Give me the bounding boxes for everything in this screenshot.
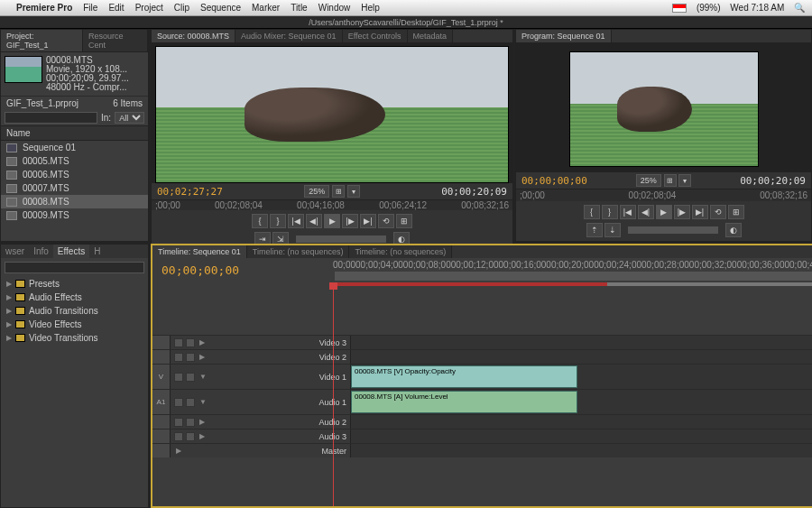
folder-presets[interactable]: ▶Presets — [1, 277, 148, 291]
step-back-button[interactable]: ◀| — [638, 205, 654, 219]
shuttle-slider[interactable] — [296, 236, 386, 243]
solo-icon[interactable] — [186, 418, 195, 427]
source-zoom-select[interactable]: 25% — [304, 185, 329, 198]
solo-icon[interactable] — [186, 398, 195, 407]
safe-margins-icon[interactable]: ⊞ — [664, 174, 677, 187]
tab-resource-central[interactable]: Resource Cent — [83, 30, 148, 51]
menu-title[interactable]: Title — [291, 3, 308, 13]
menu-sequence[interactable]: Sequence — [200, 3, 241, 13]
track-a2-content[interactable] — [351, 415, 812, 429]
folder-audio-transitions[interactable]: ▶Audio Transitions — [1, 304, 148, 318]
toggle-sync-lock-icon[interactable] — [186, 353, 195, 362]
timeline-timecode[interactable]: 00;00;00;00 — [152, 258, 333, 286]
goto-out-button[interactable]: ▶| — [360, 214, 376, 228]
program-zoom-select[interactable]: 25% — [636, 174, 661, 187]
solo-icon[interactable] — [186, 432, 195, 441]
input-flag-icon[interactable] — [672, 4, 687, 13]
track-label-master[interactable]: Master — [321, 447, 346, 456]
set-out-button[interactable]: } — [602, 205, 618, 219]
source-out-timecode[interactable]: 00;00;20;09 — [441, 186, 507, 198]
safe-button[interactable]: ⊞ — [396, 214, 412, 228]
toggle-track-output-icon[interactable] — [174, 338, 183, 347]
tab-history[interactable]: H — [89, 245, 105, 258]
toggle-sync-lock-icon[interactable] — [186, 338, 195, 347]
timeline-ruler[interactable]: 00;00 00;00;04;00 00;00;08;00 00;00;12;0… — [333, 258, 812, 272]
menu-clip[interactable]: Clip — [174, 3, 189, 13]
menu-project[interactable]: Project — [135, 3, 163, 13]
tab-effects[interactable]: Effects — [53, 245, 89, 258]
folder-audio-effects[interactable]: ▶Audio Effects — [1, 291, 148, 304]
set-out-button[interactable]: } — [270, 214, 286, 228]
menu-help[interactable]: Help — [361, 3, 380, 13]
bin-item-clip[interactable]: 00007.MTS — [1, 181, 148, 195]
timeline-zoom-bar[interactable] — [335, 272, 812, 281]
collapse-icon[interactable]: ▶ — [199, 353, 205, 361]
set-in-button[interactable]: { — [584, 205, 600, 219]
set-in-button[interactable]: { — [252, 214, 268, 228]
goto-out-button[interactable]: ▶| — [692, 205, 708, 219]
program-out-timecode[interactable]: 00;00;20;09 — [740, 175, 806, 187]
folder-video-effects[interactable]: ▶Video Effects — [1, 318, 148, 331]
mute-icon[interactable] — [174, 432, 183, 441]
tab-info[interactable]: Info — [29, 245, 53, 258]
step-forward-button[interactable]: |▶ — [674, 205, 690, 219]
track-a1-content[interactable]: 00008.MTS [A] Volume:Level — [351, 390, 812, 414]
source-in-timecode[interactable]: 00;02;27;27 — [157, 186, 223, 198]
output-icon[interactable]: ▾ — [347, 185, 360, 198]
tab-timeline-empty[interactable]: Timeline: (no sequences) — [247, 245, 350, 258]
source-video-preview[interactable] — [155, 46, 509, 183]
toggle-track-output-icon[interactable] — [174, 353, 183, 362]
collapse-icon[interactable]: ▶ — [199, 418, 205, 426]
source-patch-a1[interactable]: A1 — [152, 390, 171, 414]
extract-button[interactable]: ⇣ — [604, 223, 621, 237]
collapse-icon[interactable]: ▼ — [199, 373, 207, 381]
play-button[interactable]: ▶ — [324, 214, 340, 228]
track-a3-content[interactable] — [351, 429, 812, 443]
menu-edit[interactable]: Edit — [108, 3, 124, 13]
bin-item-clip[interactable]: 00005.MTS — [1, 154, 148, 168]
source-time-ruler[interactable]: ;00;00 00;02;08;04 00;04;16;08 00;06;24;… — [152, 199, 512, 210]
loop-button[interactable]: ⟲ — [378, 214, 394, 228]
audio-clip[interactable]: 00008.MTS [A] Volume:Level — [351, 391, 577, 413]
collapse-icon[interactable]: ▶ — [199, 432, 205, 440]
tab-timeline-active[interactable]: Timeline: Sequence 01 — [152, 245, 247, 258]
spotlight-icon[interactable]: 🔍 — [794, 3, 805, 13]
app-name[interactable]: Premiere Pro — [16, 3, 72, 13]
in-filter-select[interactable]: All — [115, 112, 144, 124]
lift-button[interactable]: ⇡ — [586, 223, 603, 237]
collapse-icon[interactable]: ▼ — [199, 398, 207, 406]
step-back-button[interactable]: ◀| — [306, 214, 322, 228]
effects-search-input[interactable] — [5, 262, 144, 273]
tab-project[interactable]: Project: GIF_Test_1 — [1, 30, 83, 51]
tab-effect-controls[interactable]: Effect Controls — [343, 30, 408, 42]
tab-timeline-empty[interactable]: Timeline: (no sequences) — [349, 245, 452, 258]
play-button[interactable]: ▶ — [656, 205, 672, 219]
bin-item-sequence[interactable]: Sequence 01 — [1, 141, 148, 154]
tab-metadata[interactable]: Metadata — [408, 30, 454, 42]
goto-in-button[interactable]: |◀ — [620, 205, 636, 219]
goto-in-button[interactable]: |◀ — [288, 214, 304, 228]
tab-program[interactable]: Program: Sequence 01 — [516, 30, 612, 42]
folder-video-transitions[interactable]: ▶Video Transitions — [1, 331, 148, 345]
program-video-preview[interactable] — [569, 51, 759, 167]
menu-marker[interactable]: Marker — [252, 3, 280, 13]
tab-browser[interactable]: wser — [1, 245, 29, 258]
program-in-timecode[interactable]: 00;00;00;00 — [521, 175, 587, 187]
program-time-ruler[interactable]: ;00;00 00;02;08;04 00;08;32;16 — [516, 189, 811, 201]
track-v2-content[interactable] — [351, 350, 812, 364]
shuttle-slider[interactable] — [628, 226, 718, 234]
bin-item-clip-selected[interactable]: 00008.MTS — [1, 195, 148, 208]
bin-item-clip[interactable]: 00009.MTS — [1, 208, 148, 222]
loop-button[interactable]: ⟲ — [710, 205, 726, 219]
project-search-input[interactable] — [5, 112, 97, 124]
step-forward-button[interactable]: |▶ — [342, 214, 358, 228]
output-icon[interactable]: ▾ — [678, 174, 691, 187]
col-header-name[interactable]: Name — [1, 125, 148, 141]
track-v1-content[interactable]: 00008.MTS [V] Opacity:Opacity — [351, 365, 812, 389]
playhead-indicator[interactable] — [333, 286, 334, 506]
safe-button[interactable]: ⊞ — [728, 205, 744, 219]
collapse-icon[interactable]: ▶ — [199, 338, 205, 346]
toggle-sync-lock-icon[interactable] — [186, 373, 195, 382]
bin-item-clip[interactable]: 00006.MTS — [1, 168, 148, 181]
mute-icon[interactable] — [174, 418, 183, 427]
